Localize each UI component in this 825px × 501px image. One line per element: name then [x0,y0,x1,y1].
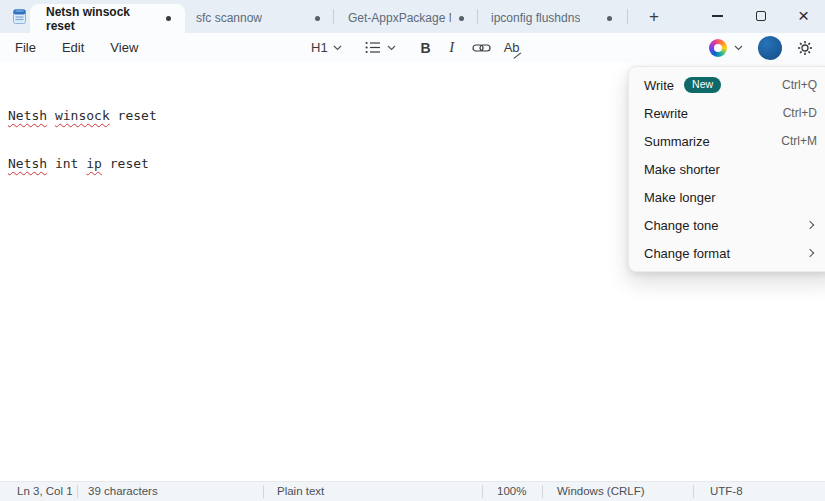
tab-get-appxpackage[interactable]: Get-AppxPackage Mici [338,6,474,30]
chevron-down-icon [333,45,342,51]
editor-text: reset [110,108,157,123]
menu-item-change-format[interactable]: Change format [629,239,825,267]
format-toolbar: H1 B I [305,33,527,62]
bullet-list-icon [365,41,381,54]
tab-netsh-winsock-reset[interactable]: Netsh winsock reset [30,4,185,33]
zoom-level[interactable]: 100% [497,485,526,497]
insert-link-button[interactable] [467,35,497,60]
menu-item-label: Make longer [644,190,716,205]
maximize-button[interactable] [739,0,782,32]
maximize-icon [756,11,766,21]
menu-item-change-tone[interactable]: Change tone [629,211,825,239]
tab-label: Netsh winsock reset [46,5,158,33]
menu-bar: File Edit View [2,33,151,62]
settings-button[interactable] [793,35,817,60]
chevron-right-icon [806,221,814,229]
menu-item-make-longer[interactable]: Make longer [629,183,825,211]
notepad-window: Netsh winsock reset sfc scannow Get-Appx… [0,0,825,501]
chevron-right-icon [806,249,814,257]
link-icon [472,42,491,54]
status-divider [693,485,694,498]
close-button[interactable]: × [782,0,825,32]
unsaved-indicator-dot [607,16,612,21]
editor-text [47,108,55,123]
menu-item-write[interactable]: Write New Ctrl+Q [629,71,825,99]
chevron-down-icon [734,45,743,51]
unsaved-indicator-dot [459,16,464,21]
unsaved-indicator-dot [315,16,320,21]
close-icon: × [798,6,809,25]
editor-text: int [47,156,86,171]
cursor-position: Ln 3, Col 1 [17,485,73,497]
shortcut-label: Ctrl+D [783,106,817,120]
shortcut-label: Ctrl+M [781,134,817,148]
tab-sfc-scannow[interactable]: sfc scannow [186,6,330,30]
editor-text: reset [102,156,149,171]
plus-icon: + [649,7,659,27]
status-bar: Ln 3, Col 1 39 characters Plain text 100… [0,481,825,501]
misspelled-word: Netsh [8,156,47,171]
chevron-down-icon [387,45,396,51]
line-ending-type: Windows (CRLF) [557,485,645,497]
heading-label: H1 [311,40,328,55]
tab-separator [477,9,478,24]
account-avatar[interactable] [758,36,782,60]
menu-edit[interactable]: Edit [49,35,97,60]
tab-label: ipconfig flushdns [491,11,580,25]
menu-item-make-shorter[interactable]: Make shorter [629,155,825,183]
menu-file[interactable]: File [2,35,49,60]
menu-item-label: Make shorter [644,162,720,177]
tab-separator [333,9,334,24]
misspelled-word: Netsh [8,108,47,123]
bold-icon: B [421,40,431,56]
menu-item-label: Rewrite [644,106,688,121]
toolbar-right [705,33,817,62]
tab-label: sfc scannow [196,11,262,25]
tab-label: Get-AppxPackage Mici [348,11,451,25]
add-tab-button[interactable]: + [640,5,668,29]
notepad-app-icon [10,7,29,26]
bold-button[interactable]: B [413,35,439,60]
status-divider [77,485,78,498]
window-controls: × [696,0,825,33]
copilot-dropdown-menu: Write New Ctrl+Q Rewrite Ctrl+D Summariz… [628,66,825,272]
shortcut-label: Ctrl+Q [782,78,817,92]
menu-item-label: Change format [644,246,730,261]
list-style-button[interactable] [359,35,402,60]
clear-formatting-icon: Ab [504,40,520,55]
italic-icon: I [449,39,454,56]
status-divider [263,485,264,498]
status-divider [542,485,543,498]
menu-item-summarize[interactable]: Summarize Ctrl+M [629,127,825,155]
tab-ipconfig-flushdns[interactable]: ipconfig flushdns [481,6,622,30]
status-divider [482,485,483,498]
tab-bar: Netsh winsock reset sfc scannow Get-Appx… [0,0,825,33]
menu-toolbar: File Edit View H1 B I [0,33,825,62]
misspelled-word: winsock [55,108,110,123]
italic-button[interactable]: I [439,35,465,60]
new-badge: New [684,77,721,93]
character-count: 39 characters [88,485,158,497]
encoding: UTF-8 [710,485,743,497]
menu-view[interactable]: View [97,35,151,60]
copilot-button[interactable] [705,35,747,60]
misspelled-word: ip [86,156,102,171]
heading-style-button[interactable]: H1 [305,35,348,60]
menu-item-label: Write [644,78,674,93]
minimize-icon [712,15,723,16]
document-format: Plain text [277,485,324,497]
menu-item-rewrite[interactable]: Rewrite Ctrl+D [629,99,825,127]
tab-separator [627,9,628,24]
clear-formatting-button[interactable]: Ab [497,35,527,60]
menu-item-label: Summarize [644,134,710,149]
menu-item-label: Change tone [644,218,718,233]
unsaved-indicator-dot [166,16,171,21]
minimize-button[interactable] [696,0,739,32]
gear-icon [797,40,813,56]
copilot-icon [709,39,727,57]
